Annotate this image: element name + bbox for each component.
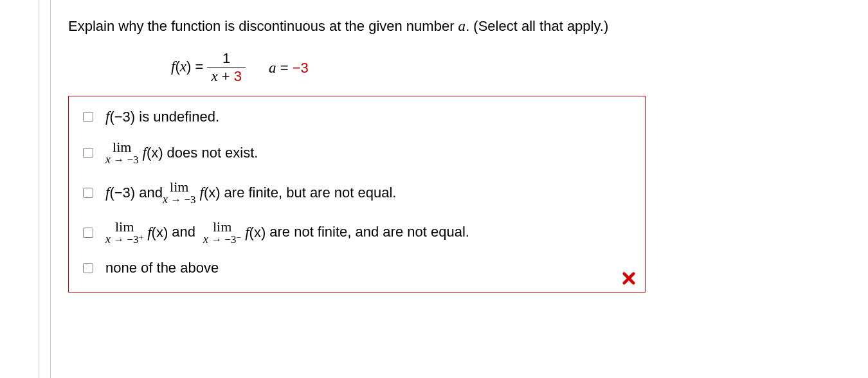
fn-name: f	[171, 58, 175, 75]
opt4-lim1-bot: x → −3+	[105, 234, 143, 246]
fn-arg: x	[180, 58, 186, 75]
prompt-text-before: Explain why the function is discontinuou…	[68, 18, 458, 34]
incorrect-icon	[622, 271, 636, 285]
opt3-lim-bot: x → −3	[163, 194, 196, 206]
equation-lhs: f(x) = 1 x + 3	[171, 51, 246, 85]
question-prompt: Explain why the function is discontinuou…	[68, 15, 855, 37]
option-4-label: lim x → −3+ f(x) and lim x → −3− f(x) ar…	[105, 220, 469, 246]
prompt-var: a	[458, 17, 466, 34]
opt2-lim-top: lim	[113, 140, 131, 154]
den-var: x	[211, 68, 217, 84]
option-4[interactable]: lim x → −3+ f(x) and lim x → −3− f(x) ar…	[80, 220, 633, 246]
opt3-tail: are finite, but are not equal.	[224, 184, 397, 201]
opt4-limit-left: lim x → −3−	[203, 220, 241, 246]
a-var: a	[269, 59, 276, 76]
a-eq: =	[276, 60, 293, 76]
opt4-lim2-top: lim	[213, 220, 231, 234]
opt4-lim1-top: lim	[115, 220, 134, 234]
fraction: 1 x + 3	[207, 51, 246, 85]
prompt-text-after: . (Select all that apply.)	[466, 18, 608, 34]
question-content: Explain why the function is discontinuou…	[68, 15, 855, 292]
opt2-lim-bot: x → −3	[105, 154, 139, 166]
option-1-checkbox[interactable]	[83, 112, 93, 122]
option-5-label: none of the above	[105, 260, 219, 276]
opt1-rest: (−3) is undefined.	[109, 109, 219, 125]
opt4-lim2-bot: x → −3−	[203, 234, 241, 246]
option-2[interactable]: lim x → −3 f(x) does not exist.	[80, 140, 633, 166]
answer-options: f(−3) is undefined. lim x → −3 f(x) does…	[68, 96, 646, 292]
opt2-limit: lim x → −3	[105, 140, 139, 166]
option-3-label: f(−3) and lim x → −3 f(x) are finite, bu…	[105, 180, 396, 206]
option-5[interactable]: none of the above	[80, 260, 633, 276]
equals: =	[191, 59, 207, 75]
opt4-mid: and	[172, 224, 195, 240]
option-1-label: f(−3) is undefined.	[105, 108, 219, 126]
opt4-fx2: f(x)	[241, 224, 269, 242]
opt2-fx: f(x)	[139, 144, 167, 162]
option-3[interactable]: f(−3) and lim x → −3 f(x) are finite, bu…	[80, 180, 633, 206]
left-margin-decoration	[38, 0, 40, 378]
equation-rhs: a = −3	[269, 59, 309, 76]
left-margin	[0, 0, 51, 378]
option-3-checkbox[interactable]	[83, 188, 93, 198]
option-2-label: lim x → −3 f(x) does not exist.	[105, 140, 258, 166]
opt3-limit: lim x → −3	[163, 180, 196, 206]
option-4-checkbox[interactable]	[83, 228, 93, 238]
a-val: −3	[293, 60, 309, 76]
numerator: 1	[219, 51, 234, 67]
option-2-checkbox[interactable]	[83, 148, 93, 158]
opt3-fx: f(x)	[196, 184, 224, 202]
equation-display: f(x) = 1 x + 3 a = −3	[171, 51, 855, 85]
option-1[interactable]: f(−3) is undefined.	[80, 108, 633, 126]
option-5-checkbox[interactable]	[83, 263, 93, 273]
den-op: +	[218, 68, 234, 84]
opt3-f: f(−3) and	[105, 184, 163, 202]
opt4-tail: are not finite, and are not equal.	[269, 224, 469, 240]
opt4-fx1: f(x)	[143, 224, 172, 242]
denominator: x + 3	[207, 67, 246, 84]
den-const: 3	[234, 68, 242, 84]
opt4-limit-right: lim x → −3+	[105, 220, 143, 246]
opt2-tail: does not exist.	[167, 145, 258, 161]
opt3-lim-top: lim	[170, 180, 188, 194]
